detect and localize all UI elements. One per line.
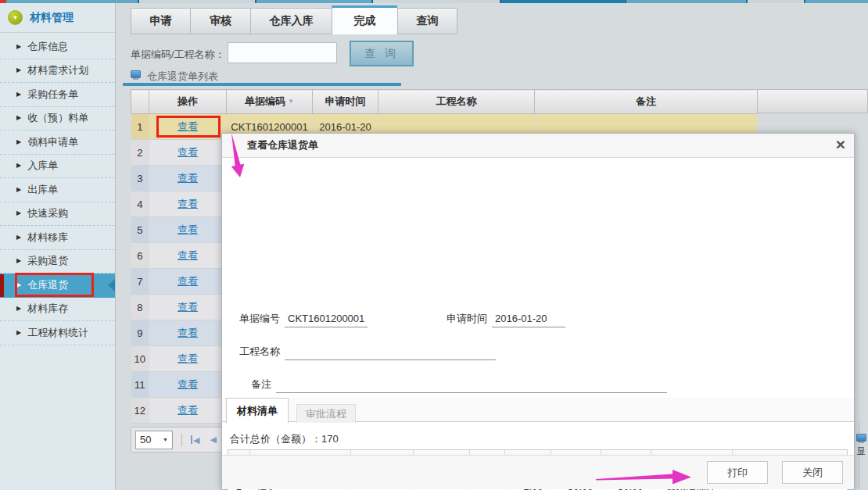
tab-query[interactable]: 查询 [397,8,457,34]
list-title: 仓库退货单列表 [147,70,218,84]
sidebar-item-label: 采购退货 [27,254,68,268]
sidebar-item-10[interactable]: ▶ 仓库退货 [0,274,115,298]
item-bullet-icon: ▶ [16,115,21,121]
prev-page-icon[interactable]: ◀ [210,435,216,445]
row-number: 12 [131,398,149,424]
selected-item-marker [0,274,4,297]
view-link[interactable]: 查看 [178,404,198,416]
sidebar-header[interactable]: ▼ 材料管理 [0,3,115,33]
view-link[interactable]: 查看 [178,352,198,364]
tab-warehouse-in[interactable]: 仓库入库 [250,8,332,34]
col-code[interactable]: 单据编码▼ [227,90,313,114]
row-number: 6 [131,243,149,269]
close-icon[interactable]: × [836,136,845,152]
monitor-icon [131,70,141,78]
sidebar-item-7[interactable]: ▶ 快速采购 [0,202,115,227]
strip-segment [626,0,746,3]
search-label: 单据编码/工程名称： [131,48,225,62]
dialog-footer: 打印 关闭 [222,455,854,489]
app-root: ▼ 材料管理 ▶ 仓库信息 ▶ 材料需求计划 ▶ 采购任务单 ▶ 收（预）料单 … [0,0,868,490]
note-label: 备注 [251,377,271,393]
col-note[interactable]: 备注 [535,90,758,114]
sidebar-active-arrow-icon [108,279,115,291]
sidebar-item-0[interactable]: ▶ 仓库信息 [0,35,115,59]
field-note: 备注 [251,377,667,393]
strip-segment [373,0,500,3]
monitor-icon [856,434,866,442]
sidebar-item-2[interactable]: ▶ 采购任务单 [0,83,115,107]
row-number: 3 [131,166,149,191]
select-caret-icon: ▼ [163,437,168,442]
search-input[interactable] [228,42,337,63]
sidebar-item-label: 采购任务单 [27,88,78,102]
col-apply-time[interactable]: 申请时间 [313,90,378,114]
field-apply-time: 申请时间 2016-01-20 [447,312,565,327]
sidebar-item-1[interactable]: ▶ 材料需求计划 [0,59,115,84]
item-bullet-icon: ▶ [16,210,21,216]
view-link[interactable]: 查看 [178,120,198,132]
sidebar-item-label: 材料库存 [27,302,68,316]
sidebar-item-3[interactable]: ▶ 收（预）料单 [0,107,115,131]
code-value: CKT1601200001 [285,313,368,327]
item-bullet-icon: ▶ [16,234,21,241]
sidebar-item-8[interactable]: ▶ 材料移库 [0,226,115,250]
code-label: 单据编号 [239,312,280,327]
strip-segment [748,0,804,3]
sidebar-item-11[interactable]: ▶ 材料库存 [0,298,115,322]
col-project[interactable]: 工程名称 [378,90,535,114]
table-header-filler [756,89,868,113]
col-rownum [131,90,149,114]
view-link[interactable]: 查看 [178,198,198,209]
view-link[interactable]: 查看 [178,378,198,390]
row-number: 8 [131,295,149,320]
sidebar-item-label: 快速采购 [27,206,68,220]
edge-widget-label: 显 [855,445,867,457]
row-number: 11 [131,372,149,398]
view-link[interactable]: 查看 [178,172,198,184]
tab-review[interactable]: 审核 [190,8,250,34]
sidebar-item-label: 领料申请单 [27,135,78,149]
pager-nav: ◀ ◀ [191,434,217,445]
sidebar: ▼ 材料管理 ▶ 仓库信息 ▶ 材料需求计划 ▶ 采购任务单 ▶ 收（预）料单 … [0,3,116,490]
print-button[interactable]: 打印 [707,461,768,484]
row-number: 1 [131,114,149,140]
view-link[interactable]: 查看 [178,249,198,261]
row-number: 2 [131,140,149,166]
list-title-underline [123,83,401,86]
row-number: 10 [131,346,149,372]
tab-material-list[interactable]: 材料清单 [226,398,289,424]
item-bullet-icon: ▶ [16,187,21,193]
sidebar-item-label: 入库单 [27,159,58,173]
field-code: 单据编号 CKT1601200001 [239,312,368,327]
sidebar-item-5[interactable]: ▶ 入库单 [0,155,115,179]
right-edge-widget[interactable]: 显 [855,434,867,457]
sidebar-item-9[interactable]: ▶ 采购退货 [0,250,115,274]
row-number: 5 [131,217,149,243]
item-bullet-icon: ▶ [16,163,21,169]
sidebar-menu: ▶ 仓库信息 ▶ 材料需求计划 ▶ 采购任务单 ▶ 收（预）料单 ▶ 领料申请单… [0,35,115,345]
sidebar-title: 材料管理 [30,11,74,25]
strip-segment [139,0,255,3]
tab-complete[interactable]: 完成 [332,5,397,34]
first-page-icon[interactable]: ◀ [191,434,199,445]
item-bullet-icon: ▶ [16,306,21,312]
note-value [276,378,667,393]
page-size-select[interactable]: 50 ▼ [135,431,173,449]
view-link[interactable]: 查看 [178,146,198,158]
apply-time-label: 申请时间 [447,312,487,327]
tab-apply[interactable]: 申请 [131,8,190,34]
view-link[interactable]: 查看 [178,224,198,235]
view-link[interactable]: 查看 [178,327,198,338]
sidebar-item-label: 材料需求计划 [27,63,88,77]
row-number: 7 [131,269,149,295]
sidebar-item-4[interactable]: ▶ 领料申请单 [0,131,115,155]
strip-segment [805,0,868,3]
col-action[interactable]: 操作 [149,90,227,114]
dialog-close-button[interactable]: 关闭 [782,461,843,484]
sidebar-item-12[interactable]: ▶ 工程材料统计 [0,321,115,345]
tab-approval-flow[interactable]: 审批流程 [296,404,356,423]
view-link[interactable]: 查看 [178,275,198,287]
sidebar-item-6[interactable]: ▶ 出库单 [0,178,115,202]
query-button[interactable]: 查 询 [350,41,414,66]
view-link[interactable]: 查看 [178,301,198,313]
